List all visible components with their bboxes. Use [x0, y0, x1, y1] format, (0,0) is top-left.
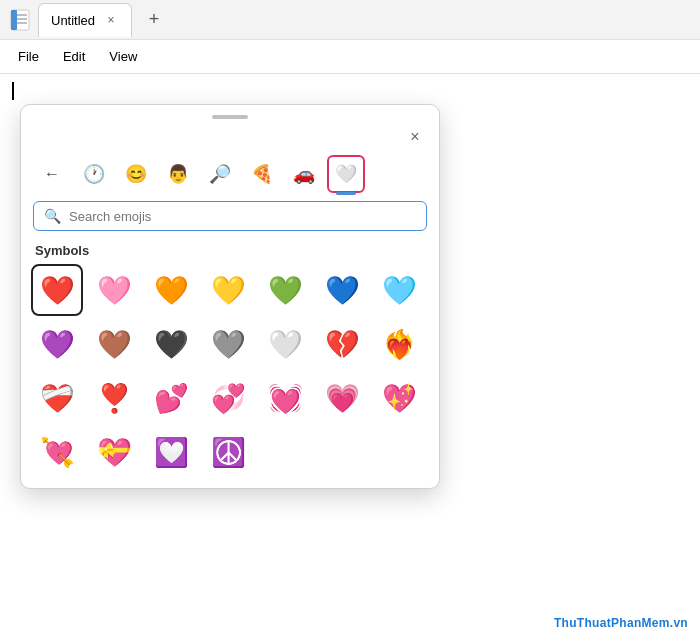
cat-back-button[interactable]: ←: [33, 155, 71, 193]
emoji-cell[interactable]: 💝: [88, 426, 140, 478]
drag-handle: [212, 115, 248, 119]
watermark: ThuThuatPhanMem.vn: [554, 616, 688, 630]
active-tab[interactable]: Untitled ×: [38, 3, 132, 37]
new-tab-button[interactable]: +: [140, 6, 168, 34]
search-input[interactable]: [69, 209, 416, 224]
emoji-cell[interactable]: 💙: [317, 264, 369, 316]
cat-recent-button[interactable]: 🕐: [75, 155, 113, 193]
menu-edit[interactable]: Edit: [53, 45, 95, 68]
emoji-cell[interactable]: 💖: [374, 372, 426, 424]
emoji-cell[interactable]: 💛: [202, 264, 254, 316]
emoji-cell[interactable]: 🩶: [202, 318, 254, 370]
emoji-cell[interactable]: ☮️: [202, 426, 254, 478]
title-bar: Untitled × +: [0, 0, 700, 40]
emoji-cell[interactable]: 🤎: [88, 318, 140, 370]
editor-area[interactable]: × ← 🕐 😊 👨 🔎 🍕 🚗 🤍 🔍: [0, 74, 700, 640]
category-tabs: ← 🕐 😊 👨 🔎 🍕 🚗 🤍: [21, 155, 439, 193]
tab-close-button[interactable]: ×: [103, 12, 119, 28]
picker-close-button[interactable]: ×: [401, 123, 429, 151]
svg-rect-1: [11, 10, 17, 30]
menu-file[interactable]: File: [8, 45, 49, 68]
emoji-cell[interactable]: 💚: [260, 264, 312, 316]
emoji-cell[interactable]: ❤️: [31, 264, 83, 316]
picker-drag-bar[interactable]: [21, 105, 439, 123]
emoji-cell[interactable]: ❤️‍🩹: [31, 372, 83, 424]
emoji-cell[interactable]: ❤️‍🔥: [374, 318, 426, 370]
emoji-cell[interactable]: 🧡: [145, 264, 197, 316]
section-label: Symbols: [21, 239, 439, 264]
emoji-cell[interactable]: 💟: [145, 426, 197, 478]
cat-symbols-button[interactable]: 🤍: [327, 155, 365, 193]
search-icon: 🔍: [44, 208, 61, 224]
search-box[interactable]: 🔍: [33, 201, 427, 231]
menu-bar: File Edit View: [0, 40, 700, 74]
emoji-cell[interactable]: 🩷: [88, 264, 140, 316]
emoji-picker: × ← 🕐 😊 👨 🔎 🍕 🚗 🤍 🔍: [20, 104, 440, 489]
emoji-cell[interactable]: 🩵: [374, 264, 426, 316]
cat-people-button[interactable]: 👨: [159, 155, 197, 193]
picker-close-row: ×: [21, 123, 439, 155]
app-icon: [8, 8, 32, 32]
cat-food-button[interactable]: 🍕: [243, 155, 281, 193]
emoji-cell[interactable]: 💓: [260, 372, 312, 424]
emoji-cell[interactable]: 🤍: [260, 318, 312, 370]
search-row: 🔍: [21, 201, 439, 239]
text-cursor: [12, 82, 14, 100]
emoji-cell[interactable]: 💞: [202, 372, 254, 424]
emoji-grid: ❤️🩷🧡💛💚💙🩵💜🤎🖤🩶🤍💔❤️‍🔥❤️‍🩹❣️💕💞💓💗💖💘💝💟☮️: [21, 264, 439, 478]
menu-view[interactable]: View: [99, 45, 147, 68]
emoji-cell[interactable]: 💘: [31, 426, 83, 478]
emoji-cell[interactable]: 💜: [31, 318, 83, 370]
cat-emoji-button[interactable]: 😊: [117, 155, 155, 193]
cat-vehicle-button[interactable]: 🚗: [285, 155, 323, 193]
tab-title: Untitled: [51, 13, 95, 28]
emoji-cell[interactable]: 💗: [317, 372, 369, 424]
cat-search-button[interactable]: 🔎: [201, 155, 239, 193]
emoji-cell[interactable]: 🖤: [145, 318, 197, 370]
emoji-cell[interactable]: ❣️: [88, 372, 140, 424]
emoji-cell[interactable]: 💕: [145, 372, 197, 424]
emoji-cell[interactable]: 💔: [317, 318, 369, 370]
